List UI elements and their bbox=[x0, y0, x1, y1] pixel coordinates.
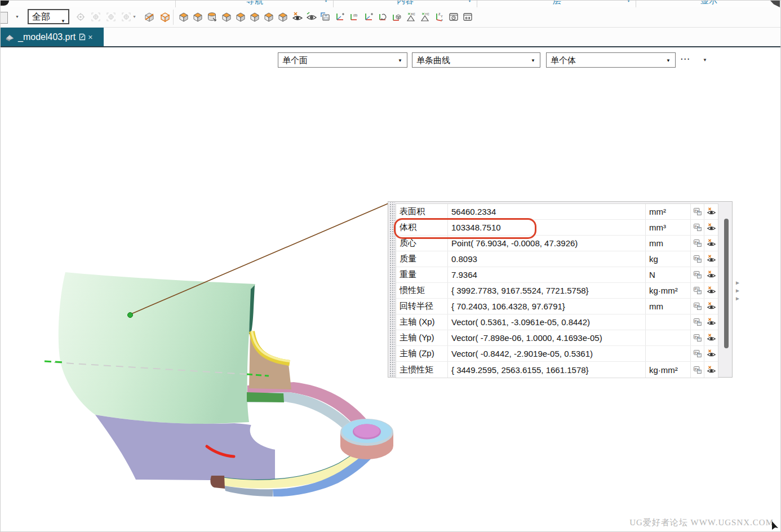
panel-drag-handle[interactable] bbox=[389, 202, 395, 376]
export-result-icon[interactable] bbox=[693, 317, 702, 327]
export-result-icon-cell[interactable] bbox=[691, 330, 704, 345]
export-result-icon-cell[interactable] bbox=[691, 346, 704, 361]
sheet-face[interactable] bbox=[59, 272, 255, 424]
export-result-icon[interactable] bbox=[693, 270, 702, 280]
close-icon[interactable]: × bbox=[88, 33, 92, 41]
export-result-icon-cell[interactable] bbox=[691, 299, 704, 314]
toggle-display-icon[interactable] bbox=[707, 286, 716, 295]
zyx-axes-icon[interactable] bbox=[434, 11, 445, 23]
band-yellow[interactable] bbox=[223, 446, 369, 488]
body-rule-combo[interactable]: 单个体 ▼ bbox=[546, 52, 676, 68]
save-view-icon[interactable] bbox=[320, 11, 331, 23]
datum-xc-plane-icon[interactable] bbox=[405, 11, 416, 23]
export-result-icon-cell[interactable] bbox=[691, 362, 704, 378]
selection-scope-combo[interactable]: 全部 ▼ bbox=[28, 9, 69, 24]
measurement-panel[interactable]: 表面积56460.2334mm²体积103348.7510mm³质心Point(… bbox=[388, 201, 733, 378]
chevron-down-icon[interactable]: ▼ bbox=[468, 1, 472, 3]
toggle-display-icon-cell[interactable] bbox=[704, 362, 718, 378]
toggle-display-icon-cell[interactable] bbox=[704, 283, 718, 298]
measure-point[interactable] bbox=[128, 313, 133, 318]
chevron-down-icon[interactable]: ▼ bbox=[132, 15, 136, 19]
csys-to-object-icon[interactable] bbox=[391, 11, 402, 23]
panel-expand-arrows[interactable]: ►►► bbox=[735, 279, 740, 303]
csys-origin-icon[interactable] bbox=[348, 11, 360, 23]
table-row[interactable]: 主轴 (Xp)Vector( 0.5361, -3.0961e-05, 0.84… bbox=[396, 314, 718, 330]
show-object-icon[interactable] bbox=[306, 11, 317, 23]
export-cylinder-icon[interactable] bbox=[206, 11, 218, 23]
ribbon-group-content[interactable]: 内容 ▼ bbox=[333, 1, 477, 7]
boss-ring[interactable] bbox=[340, 419, 393, 459]
toggle-display-icon-cell[interactable] bbox=[704, 330, 718, 345]
table-row[interactable]: 惯性矩{ 3992.7783, 9167.5524, 7721.5758}kg·… bbox=[396, 283, 718, 299]
face-rule-combo[interactable]: 单个面 ▼ bbox=[278, 52, 407, 68]
rotate-csys-icon[interactable] bbox=[377, 11, 388, 23]
toggle-display-icon-cell[interactable] bbox=[704, 314, 718, 330]
export-result-icon-cell[interactable] bbox=[691, 314, 704, 330]
panel-scrollbar[interactable] bbox=[724, 219, 729, 348]
toggle-display-icon[interactable] bbox=[707, 349, 716, 358]
toggle-display-icon-cell[interactable] bbox=[704, 236, 718, 251]
export-result-icon[interactable] bbox=[693, 207, 702, 216]
tab-model403[interactable]: _model403.prt × bbox=[1, 28, 104, 46]
datum-yc-plane-icon[interactable] bbox=[419, 11, 431, 23]
export-result-icon-cell[interactable] bbox=[691, 220, 704, 235]
expand-arrow-icon[interactable]: ► bbox=[735, 279, 740, 287]
export-result-icon[interactable] bbox=[693, 365, 702, 375]
view-time-icon[interactable] bbox=[448, 11, 459, 23]
toggle-display-icon[interactable] bbox=[707, 270, 716, 280]
toggle-display-icon-cell[interactable] bbox=[704, 346, 718, 361]
toggle-display-icon[interactable] bbox=[707, 238, 716, 248]
band-blue[interactable] bbox=[273, 450, 374, 496]
table-row[interactable]: 质量0.8093kg bbox=[396, 251, 718, 267]
curve-rule-combo[interactable]: 单条曲线 ▼ bbox=[412, 52, 540, 68]
overflow-tool-icon[interactable] bbox=[0, 12, 8, 24]
chevron-down-icon[interactable]: ▼ bbox=[627, 1, 631, 3]
table-row[interactable]: 质心Point( 76.9034, -0.0008, 47.3926)mm bbox=[396, 236, 718, 251]
ring-pink-band[interactable] bbox=[247, 382, 368, 431]
mirror-object-icon[interactable] bbox=[263, 11, 274, 23]
ribbon-group-layer[interactable]: 层 ▼ bbox=[477, 1, 636, 7]
toggle-display-icon[interactable] bbox=[707, 302, 716, 311]
toggle-display-icon[interactable] bbox=[707, 254, 716, 264]
paste-object-icon[interactable] bbox=[249, 11, 260, 23]
table-row[interactable]: 主惯性矩{ 3449.2595, 2563.6155, 1661.1578}kg… bbox=[396, 362, 718, 378]
plate-face[interactable] bbox=[95, 415, 275, 481]
measure-cube-icon[interactable] bbox=[178, 11, 189, 23]
hide-object-icon[interactable] bbox=[292, 11, 303, 23]
deviation-cube-icon[interactable] bbox=[192, 11, 203, 23]
toggle-display-icon[interactable] bbox=[707, 207, 716, 216]
green-patch[interactable] bbox=[247, 392, 284, 402]
toggle-display-icon[interactable] bbox=[707, 317, 716, 327]
pattern-object-icon[interactable] bbox=[277, 11, 289, 23]
csys-axes-icon[interactable] bbox=[363, 11, 374, 23]
export-result-icon-cell[interactable] bbox=[691, 204, 704, 219]
toggle-display-icon[interactable] bbox=[707, 333, 716, 343]
edit-section-icon[interactable] bbox=[159, 11, 171, 23]
toggle-display-icon[interactable] bbox=[707, 223, 716, 232]
table-row[interactable]: 体积103348.7510mm³ bbox=[396, 220, 718, 236]
toggle-display-icon-cell[interactable] bbox=[704, 204, 718, 219]
export-result-icon[interactable] bbox=[693, 238, 702, 248]
export-result-icon-cell[interactable] bbox=[691, 267, 704, 282]
paste-special-icon[interactable] bbox=[235, 11, 246, 23]
table-row[interactable]: 回转半径{ 70.2403, 106.4328, 97.6791}mm bbox=[396, 299, 718, 314]
export-result-icon-cell[interactable] bbox=[691, 283, 704, 298]
table-row[interactable]: 主轴 (Zp)Vector( -0.8442, -2.9019e-05, 0.5… bbox=[396, 346, 718, 362]
export-result-icon[interactable] bbox=[693, 349, 702, 358]
export-result-icon-cell[interactable] bbox=[691, 251, 704, 267]
toggle-display-icon[interactable] bbox=[707, 365, 716, 375]
chevron-down-icon[interactable]: ▼ bbox=[15, 15, 19, 19]
copy-object-icon[interactable] bbox=[221, 11, 232, 23]
table-row[interactable]: 重量7.9364N bbox=[396, 267, 718, 283]
toggle-display-icon-cell[interactable] bbox=[704, 251, 718, 267]
expand-arrow-icon[interactable]: ► bbox=[735, 287, 740, 295]
toggle-display-icon-cell[interactable] bbox=[704, 220, 718, 235]
export-result-icon[interactable] bbox=[693, 254, 702, 264]
fit-view-icon[interactable] bbox=[462, 11, 473, 23]
export-result-icon[interactable] bbox=[693, 302, 702, 311]
toggle-display-icon-cell[interactable] bbox=[704, 299, 718, 314]
ribbon-group-navigation[interactable]: 导航 ▼ bbox=[175, 1, 334, 7]
table-row[interactable]: 表面积56460.2334mm² bbox=[396, 204, 718, 220]
chevron-down-icon[interactable]: ▼ bbox=[324, 1, 328, 3]
move-csys-icon[interactable] bbox=[334, 11, 345, 23]
